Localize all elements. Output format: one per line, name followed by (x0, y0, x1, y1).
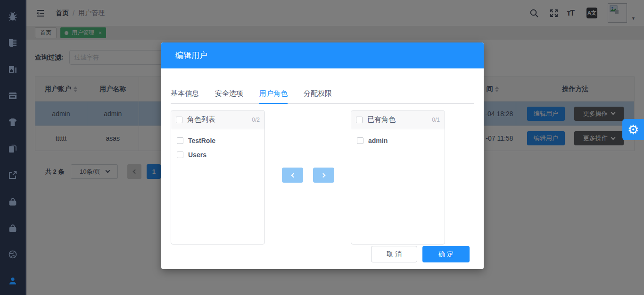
list-item[interactable]: TestRole (171, 134, 264, 148)
modal-header: 编辑用户 (161, 42, 484, 68)
archive-file-icon[interactable] (8, 91, 18, 101)
chevron-right-icon (321, 173, 325, 177)
panel-count: 0/1 (432, 117, 440, 123)
modal-footer: 取 消 确 定 (371, 246, 470, 262)
tab-basic-info[interactable]: 基本信息 (171, 90, 199, 103)
image-icon[interactable] (8, 64, 18, 75)
lock-icon[interactable] (8, 196, 18, 207)
bug-icon[interactable] (8, 11, 18, 22)
transfer-right-button[interactable] (313, 168, 334, 183)
lock-icon[interactable] (8, 223, 18, 233)
transfer-source-header[interactable]: 角色列表 0/2 (171, 110, 264, 129)
sidebar (0, 0, 26, 295)
gear-icon: ⚙ (627, 122, 639, 137)
copy-icon[interactable] (8, 143, 18, 154)
list-item[interactable]: admin (351, 134, 445, 148)
external-link-icon[interactable] (8, 170, 18, 180)
app-screen: 首页 / 用户管理 тT A文 (0, 0, 644, 295)
transfer-left-button[interactable] (282, 168, 303, 183)
tshirt-icon[interactable] (8, 117, 18, 127)
panel-title: 角色列表 (187, 115, 215, 124)
item-checkbox[interactable] (177, 152, 183, 158)
edit-user-modal: 编辑用户 基本信息 安全选项 用户角色 分配权限 角色列表 0/2 TestRo… (161, 42, 484, 269)
panel-count: 0/2 (252, 117, 260, 123)
transfer-target-items: admin (351, 129, 445, 152)
modal-tabs: 基本信息 安全选项 用户角色 分配权限 (171, 90, 474, 104)
select-all-checkbox[interactable] (356, 117, 363, 123)
confirm-button[interactable]: 确 定 (422, 246, 470, 262)
cancel-button[interactable]: 取 消 (371, 246, 417, 262)
globe-icon[interactable] (8, 249, 18, 260)
transfer-source-panel: 角色列表 0/2 TestRole Users (171, 110, 265, 244)
modal-title: 编辑用户 (175, 50, 207, 61)
tab-assign-permissions[interactable]: 分配权限 (304, 90, 332, 103)
item-label: admin (368, 137, 388, 144)
item-checkbox[interactable] (357, 137, 363, 144)
chevron-left-icon (291, 173, 296, 177)
item-label: Users (188, 151, 206, 159)
panel-title: 已有角色 (367, 115, 396, 124)
transfer-target-panel: 已有角色 0/1 admin (351, 110, 445, 244)
tab-user-roles[interactable]: 用户角色 (259, 90, 288, 104)
settings-gear-button[interactable]: ⚙ (622, 119, 644, 140)
select-all-checkbox[interactable] (176, 117, 182, 123)
item-checkbox[interactable] (177, 137, 183, 144)
transfer-target-header[interactable]: 已有角色 0/1 (351, 110, 445, 129)
book-icon[interactable] (8, 38, 18, 48)
transfer-source-items: TestRole Users (171, 129, 264, 166)
item-label: TestRole (188, 137, 215, 144)
user-icon[interactable] (8, 276, 18, 286)
tab-security-options[interactable]: 安全选项 (215, 90, 243, 103)
list-item[interactable]: Users (171, 148, 264, 162)
